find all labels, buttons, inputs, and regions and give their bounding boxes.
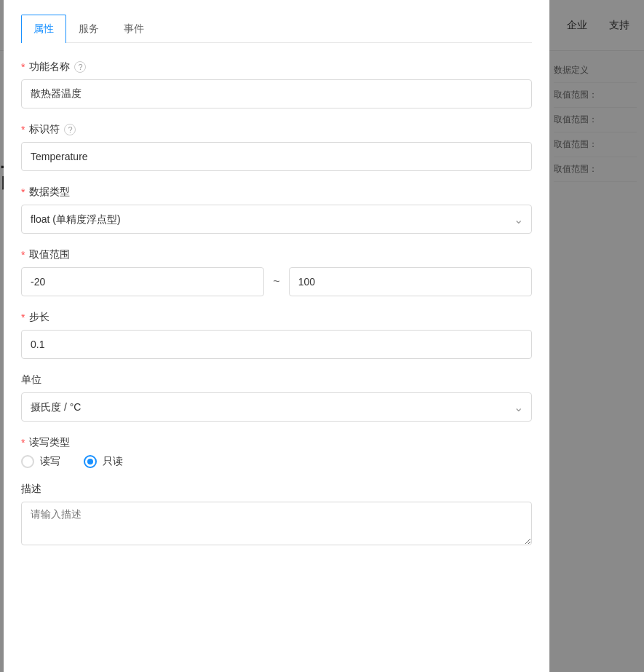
unit-select-wrapper: 摄氏度 / °C 华氏度 / °F 开尔文 / K ⌄ (21, 392, 532, 422)
radio-label-r: 只读 (103, 455, 123, 468)
step-label-text: 步长 (29, 311, 49, 324)
radio-outer-r (84, 455, 97, 468)
feature-name-label-text: 功能名称 (29, 60, 70, 74)
form-group-read-write: * 读写类型 读写 只读 (21, 436, 532, 468)
data-type-label-text: 数据类型 (29, 186, 70, 199)
description-label: 描述 (21, 483, 532, 496)
feature-name-help-icon[interactable]: ? (74, 61, 86, 73)
radio-outer-rw (21, 455, 34, 468)
unit-label: 单位 (21, 373, 532, 387)
form-group-feature-name: * 功能名称 ? (21, 60, 532, 108)
required-star-identifier: * (21, 124, 25, 135)
identifier-input[interactable] (21, 142, 532, 171)
radio-item-rw[interactable]: 读写 (21, 455, 60, 468)
value-range-label-text: 取值范围 (29, 248, 70, 261)
feature-name-input[interactable] (21, 79, 532, 108)
identifier-help-icon[interactable]: ? (64, 124, 76, 135)
radio-item-r[interactable]: 只读 (84, 455, 123, 468)
required-star-range: * (21, 249, 25, 261)
tab-events[interactable]: 事件 (111, 15, 156, 43)
tab-attributes[interactable]: 属性 (21, 15, 66, 43)
unit-label-text: 单位 (21, 373, 41, 387)
range-max-input[interactable] (289, 267, 532, 296)
form-group-identifier: * 标识符 ? (21, 123, 532, 171)
required-star-data-type: * (21, 186, 25, 198)
required-star-step: * (21, 312, 25, 323)
unit-select[interactable]: 摄氏度 / °C 华氏度 / °F 开尔文 / K (21, 392, 532, 422)
range-separator: ~ (273, 275, 279, 288)
form-group-data-type: * 数据类型 float (单精度浮点型) double (双精度浮点型) in… (21, 186, 532, 234)
identifier-label-text: 标识符 (29, 123, 60, 136)
identifier-label: * 标识符 ? (21, 123, 532, 136)
form-group-value-range: * 取值范围 ~ (21, 248, 532, 296)
required-star-read-write: * (21, 437, 25, 448)
value-range-label: * 取值范围 (21, 248, 532, 261)
radio-group-read-write: 读写 只读 (21, 455, 532, 468)
step-input[interactable] (21, 330, 532, 359)
description-textarea[interactable] (21, 502, 532, 545)
radio-inner-r (87, 459, 93, 465)
data-type-select[interactable]: float (单精度浮点型) double (双精度浮点型) int (整型) … (21, 205, 532, 234)
tabs-container: 属性 服务 事件 (21, 15, 532, 43)
data-type-label: * 数据类型 (21, 186, 532, 199)
description-label-text: 描述 (21, 483, 41, 496)
range-min-input[interactable] (21, 267, 264, 296)
form-group-step: * 步长 (21, 311, 532, 359)
read-write-label: * 读写类型 (21, 436, 532, 449)
tab-services[interactable]: 服务 (66, 15, 111, 43)
page-wrapper: Rit 企业 支持 物联 / 高 数据定义 取值范围： 取值范围： 取值范围： … (0, 0, 644, 672)
step-label: * 步长 (21, 311, 532, 324)
read-write-label-text: 读写类型 (29, 436, 70, 449)
form-group-description: 描述 (21, 483, 532, 548)
radio-label-rw: 读写 (40, 455, 60, 468)
form-group-unit: 单位 摄氏度 / °C 华氏度 / °F 开尔文 / K ⌄ (21, 373, 532, 422)
range-inputs-container: ~ (21, 267, 532, 296)
modal-panel: 属性 服务 事件 * 功能名称 ? * 标识符 ? * (4, 0, 549, 672)
required-star-feature: * (21, 61, 25, 73)
data-type-select-wrapper: float (单精度浮点型) double (双精度浮点型) int (整型) … (21, 205, 532, 234)
feature-name-label: * 功能名称 ? (21, 60, 532, 74)
